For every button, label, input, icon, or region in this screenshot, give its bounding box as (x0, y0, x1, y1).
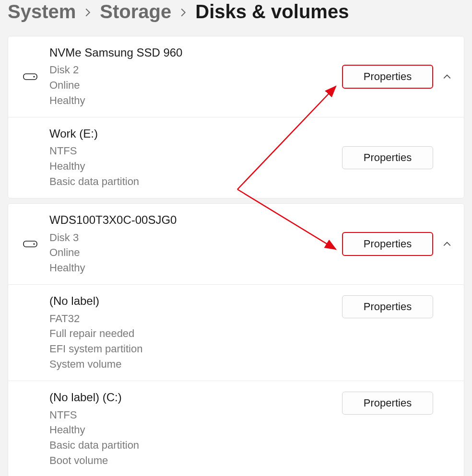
volume-info: Work (E:) NTFS Healthy Basic data partit… (49, 126, 332, 189)
properties-button[interactable]: Properties (342, 232, 433, 256)
svg-point-3 (33, 244, 35, 245)
volume-name: (No label) (C:) (49, 390, 332, 405)
breadcrumb: System Storage Disks & volumes (8, 1, 464, 36)
disk-health: Healthy (49, 260, 332, 276)
volume-health: Healthy (49, 159, 332, 174)
volume-type: Basic data partition (49, 174, 332, 189)
chevron-right-icon (84, 7, 91, 20)
disk-status: Online (49, 245, 332, 260)
svg-rect-2 (24, 241, 37, 247)
chevron-up-icon[interactable] (442, 241, 452, 247)
disk-index: Disk 3 (49, 230, 332, 245)
disk-status: Online (49, 78, 332, 93)
volume-fs: NTFS (49, 143, 332, 159)
properties-button[interactable]: Properties (342, 65, 433, 89)
volume-name: (No label) (49, 293, 332, 309)
volume-health: Healthy (49, 422, 332, 438)
disk-name: WDS100T3X0C-00SJG0 (49, 212, 332, 228)
disk-actions: Properties (342, 232, 452, 256)
properties-button[interactable]: Properties (342, 295, 433, 318)
disk-info: WDS100T3X0C-00SJG0 Disk 3 Online Healthy (49, 212, 332, 276)
properties-button[interactable]: Properties (342, 146, 433, 169)
volume-actions: Properties (342, 293, 452, 318)
disk-index: Disk 2 (49, 62, 332, 78)
disk-row[interactable]: NVMe Samsung SSD 960 Disk 2 Online Healt… (8, 36, 464, 117)
disk-health: Healthy (49, 93, 332, 108)
disk-row[interactable]: WDS100T3X0C-00SJG0 Disk 3 Online Healthy… (8, 204, 464, 285)
breadcrumb-current: Disks & volumes (195, 1, 349, 23)
volume-actions: Properties (342, 146, 452, 169)
volume-info: (No label) (C:) NTFS Healthy Basic data … (49, 390, 332, 468)
volume-row[interactable]: (No label) FAT32 Full repair needed EFI … (8, 285, 464, 381)
volume-extra: System volume (49, 357, 332, 372)
volume-health: Full repair needed (49, 326, 332, 341)
volume-info: (No label) FAT32 Full repair needed EFI … (49, 293, 332, 372)
disk-group: NVMe Samsung SSD 960 Disk 2 Online Healt… (8, 36, 464, 198)
volume-row[interactable]: (No label) (C:) NTFS Healthy Basic data … (8, 381, 464, 476)
disk-icon (21, 73, 40, 80)
volume-type: EFI system partition (49, 341, 332, 357)
properties-button[interactable]: Properties (342, 392, 433, 415)
disk-actions: Properties (342, 65, 452, 89)
volume-extra: Boot volume (49, 453, 332, 468)
disk-name: NVMe Samsung SSD 960 (49, 45, 332, 60)
breadcrumb-system[interactable]: System (8, 1, 76, 23)
volume-type: Basic data partition (49, 438, 332, 453)
volume-name: Work (E:) (49, 126, 332, 141)
chevron-right-icon (180, 7, 187, 20)
disk-icon (21, 241, 40, 247)
svg-rect-0 (24, 74, 37, 80)
volume-row[interactable]: Work (E:) NTFS Healthy Basic data partit… (8, 117, 464, 198)
svg-point-1 (33, 76, 35, 77)
page: System Storage Disks & volumes NVMe Sams… (0, 0, 472, 476)
volume-fs: FAT32 (49, 311, 332, 326)
volume-fs: NTFS (49, 407, 332, 423)
chevron-up-icon[interactable] (442, 74, 452, 80)
volume-actions: Properties (342, 390, 452, 415)
disk-group: WDS100T3X0C-00SJG0 Disk 3 Online Healthy… (8, 203, 464, 476)
breadcrumb-storage[interactable]: Storage (100, 1, 171, 23)
disk-info: NVMe Samsung SSD 960 Disk 2 Online Healt… (49, 45, 332, 108)
